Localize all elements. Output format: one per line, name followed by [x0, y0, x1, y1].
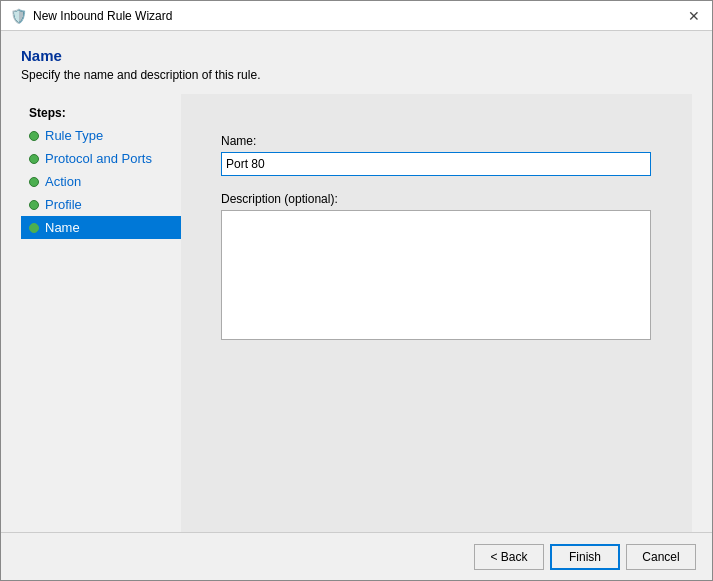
steps-label: Steps: — [21, 102, 181, 124]
description-input[interactable] — [221, 210, 651, 340]
cancel-button[interactable]: Cancel — [626, 544, 696, 570]
step-dot-action — [29, 177, 39, 187]
wizard-window: 🛡️ New Inbound Rule Wizard ✕ Name Specif… — [0, 0, 713, 581]
name-input[interactable] — [221, 152, 651, 176]
name-group: Name: — [221, 134, 652, 176]
step-label-name: Name — [45, 220, 80, 235]
step-dot-profile — [29, 200, 39, 210]
sidebar-item-rule-type[interactable]: Rule Type — [21, 124, 181, 147]
sidebar-item-profile[interactable]: Profile — [21, 193, 181, 216]
step-label-action: Action — [45, 174, 81, 189]
step-label-rule-type: Rule Type — [45, 128, 103, 143]
sidebar-item-action[interactable]: Action — [21, 170, 181, 193]
sidebar-item-protocol-ports[interactable]: Protocol and Ports — [21, 147, 181, 170]
step-label-profile: Profile — [45, 197, 82, 212]
step-dot-name — [29, 223, 39, 233]
footer: < Back Finish Cancel — [1, 532, 712, 580]
title-bar-text: New Inbound Rule Wizard — [33, 9, 684, 23]
step-dot-protocol-ports — [29, 154, 39, 164]
form-panel: Name: Description (optional): — [181, 94, 692, 532]
finish-button[interactable]: Finish — [550, 544, 620, 570]
page-title: Name — [21, 47, 692, 64]
step-label-protocol-ports: Protocol and Ports — [45, 151, 152, 166]
content-area: Name Specify the name and description of… — [1, 31, 712, 532]
main-layout: Steps: Rule Type Protocol and Ports Acti… — [21, 94, 692, 532]
back-button[interactable]: < Back — [474, 544, 544, 570]
app-icon: 🛡️ — [9, 7, 27, 25]
page-subtitle: Specify the name and description of this… — [21, 68, 692, 82]
name-label: Name: — [221, 134, 652, 148]
description-label: Description (optional): — [221, 192, 652, 206]
title-bar: 🛡️ New Inbound Rule Wizard ✕ — [1, 1, 712, 31]
sidebar-item-name[interactable]: Name — [21, 216, 181, 239]
close-button[interactable]: ✕ — [684, 6, 704, 26]
steps-panel: Steps: Rule Type Protocol and Ports Acti… — [21, 94, 181, 532]
description-group: Description (optional): — [221, 192, 652, 343]
step-dot-rule-type — [29, 131, 39, 141]
